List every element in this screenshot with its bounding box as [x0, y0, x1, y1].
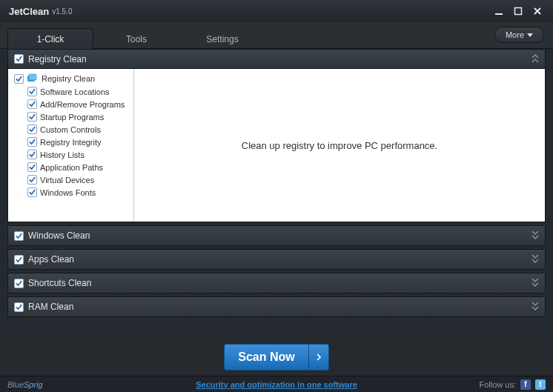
close-button[interactable] [528, 4, 547, 18]
top-nav: 1-Click Tools Settings More [0, 22, 553, 49]
svg-rect-0 [495, 13, 503, 15]
tree-node-label: Add/Remove Programs [40, 100, 125, 109]
checkbox[interactable] [27, 87, 37, 96]
status-bar: BlueSprig Security and optimization in o… [0, 376, 553, 392]
tree-node[interactable]: History Lists [11, 148, 130, 161]
scan-now-label: Scan Now [225, 345, 308, 370]
tree-node[interactable]: Add/Remove Programs [11, 98, 130, 110]
app-window: JetClean v1.5.0 1-Click Tools Settings M… [0, 0, 553, 392]
tab-settings[interactable]: Settings [179, 28, 265, 49]
registry-tree: Registry Clean Software Locations Add/Re… [8, 69, 133, 202]
window-controls [489, 4, 547, 18]
checkbox[interactable] [27, 137, 37, 147]
section-checkbox[interactable] [14, 255, 24, 265]
section-checkbox[interactable] [14, 302, 24, 312]
section-title: Apps Clean [28, 254, 74, 265]
section-header-registry[interactable]: Registry Clean [8, 50, 545, 69]
titlebar: JetClean v1.5.0 [0, 0, 553, 22]
section-checkbox[interactable] [14, 279, 24, 288]
promo-link-wrap: Security and optimization in one softwar… [196, 380, 357, 389]
tree-node[interactable]: Registry Integrity [11, 136, 130, 148]
checkbox[interactable] [27, 187, 37, 197]
app-version: v1.5.0 [49, 7, 72, 16]
twitter-icon[interactable]: t [535, 379, 546, 390]
tree-node[interactable]: Startup Programs [11, 110, 130, 123]
tab-tools[interactable]: Tools [93, 28, 179, 49]
svg-rect-3 [29, 74, 36, 80]
expand-icon [532, 230, 539, 239]
tree-node-label: Application Paths [40, 163, 103, 172]
section-header-ram[interactable]: RAM Clean [8, 297, 545, 316]
tree-node-label: Software Locations [40, 87, 110, 96]
section-title: Shortcuts Clean [28, 278, 91, 288]
section-shortcuts-clean: Shortcuts Clean [7, 273, 546, 293]
tab-label: Settings [206, 34, 238, 44]
tree-node[interactable]: Custom Controls [11, 123, 130, 136]
section-checkbox[interactable] [14, 54, 24, 64]
main-body: Registry Clean Registry Clean [7, 49, 546, 339]
checkbox[interactable] [27, 99, 37, 109]
social-links: Follow us: f t [479, 379, 546, 390]
scan-now-dropdown[interactable] [309, 345, 328, 370]
checkbox[interactable] [27, 112, 37, 122]
action-bar: Scan Now [0, 339, 553, 376]
collapse-icon [532, 54, 539, 63]
tree-node-root[interactable]: Registry Clean [11, 72, 130, 85]
tree-node-label: Startup Programs [40, 113, 104, 122]
checkbox[interactable] [14, 74, 24, 84]
section-windows-clean: Windows Clean [7, 225, 546, 246]
expand-icon [532, 254, 539, 263]
section-header-apps[interactable]: Apps Clean [8, 250, 545, 269]
tab-label: 1-Click [37, 34, 64, 44]
chevron-down-icon [527, 33, 533, 37]
section-header-shortcuts[interactable]: Shortcuts Clean [8, 273, 545, 293]
section-ram-clean: RAM Clean [7, 296, 546, 317]
section-apps-clean: Apps Clean [7, 249, 546, 270]
tree-node-label: Registry Integrity [40, 138, 102, 147]
tree-node-label: Custom Controls [40, 125, 101, 134]
follow-label: Follow us: [479, 380, 516, 389]
checkbox[interactable] [27, 162, 37, 172]
tree-node-label: Virtual Devices [40, 176, 94, 185]
section-checkbox[interactable] [14, 231, 24, 241]
expand-icon [532, 278, 539, 287]
more-button[interactable]: More [494, 27, 544, 43]
checkbox[interactable] [27, 124, 37, 134]
more-label: More [506, 30, 524, 39]
facebook-icon[interactable]: f [520, 379, 531, 390]
tree-node-label: Windows Fonts [40, 188, 96, 197]
tree-node-label: History Lists [40, 150, 85, 159]
section-title: Windows Clean [28, 230, 90, 241]
scan-now-button[interactable]: Scan Now [224, 344, 328, 371]
checkbox[interactable] [27, 175, 37, 185]
maximize-button[interactable] [509, 4, 528, 18]
promo-link[interactable]: Security and optimization in one softwar… [196, 380, 357, 389]
svg-rect-1 [515, 8, 522, 15]
registry-icon [27, 73, 39, 84]
registry-tree-scroll[interactable]: Registry Clean Software Locations Add/Re… [8, 69, 134, 222]
tree-node[interactable]: Windows Fonts [11, 186, 130, 199]
minimize-button[interactable] [489, 4, 509, 18]
brand-label: BlueSprig [7, 380, 43, 389]
section-header-windows[interactable]: Windows Clean [8, 226, 545, 245]
brand-prefix: Blue [7, 380, 24, 389]
registry-message: Clean up registry to improve PC performa… [242, 140, 437, 151]
tree-node-label: Registry Clean [42, 74, 95, 83]
main-tabs: 1-Click Tools Settings [7, 28, 265, 49]
tab-label: Tools [126, 34, 147, 44]
app-title: JetClean [6, 6, 49, 17]
checkbox[interactable] [27, 150, 37, 159]
brand-suffix: Sprig [24, 380, 43, 389]
tree-node[interactable]: Software Locations [11, 85, 130, 98]
section-title: RAM Clean [28, 302, 73, 312]
expand-icon [532, 302, 539, 310]
tree-node[interactable]: Application Paths [11, 161, 130, 173]
tree-node[interactable]: Virtual Devices [11, 173, 130, 186]
section-body-registry: Registry Clean Software Locations Add/Re… [8, 69, 545, 222]
registry-content-pane: Clean up registry to improve PC performa… [134, 69, 545, 222]
section-registry-clean: Registry Clean Registry Clean [7, 49, 546, 222]
section-title: Registry Clean [28, 54, 87, 64]
tab-one-click[interactable]: 1-Click [7, 28, 93, 49]
